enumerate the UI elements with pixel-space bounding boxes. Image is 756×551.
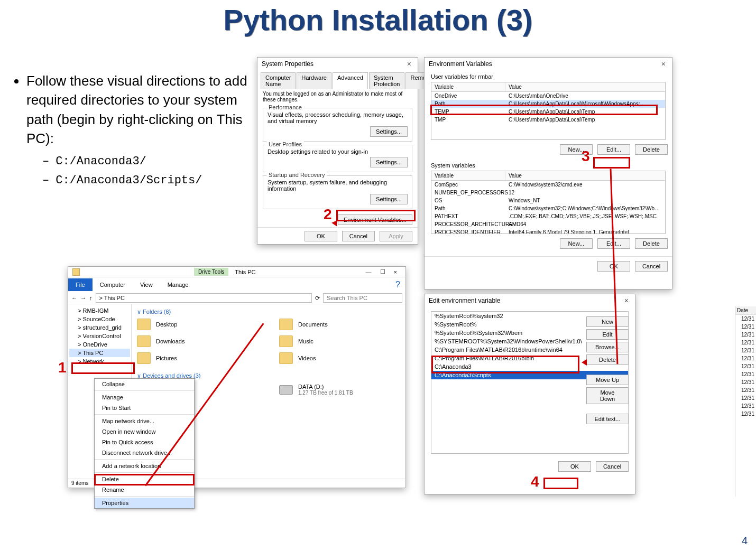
col-variable: Variable [431, 82, 505, 91]
user-edit-button[interactable]: Edit... [597, 144, 630, 155]
user-var-row[interactable]: TEMPC:\Users\rmbar\AppData\Local\Temp [431, 108, 665, 116]
editenv-browse-button[interactable]: Browse... [586, 342, 629, 352]
sys-var-row[interactable]: ComSpecC:\Windows\system32\cmd.exe [431, 181, 665, 189]
date-cell: 12/31 [735, 331, 756, 339]
drive-name: DATA (D:) [298, 384, 353, 390]
context-menu-item[interactable]: Properties [95, 498, 194, 508]
folder-item[interactable]: Documents [279, 319, 400, 330]
context-menu-item[interactable]: Manage [95, 392, 194, 403]
tree-node[interactable]: > Network [69, 357, 130, 366]
folder-item[interactable]: Music [279, 335, 400, 347]
tab-system-protection[interactable]: System Protection [369, 72, 405, 89]
window-title: This PC [235, 269, 255, 275]
context-menu-item[interactable]: Collapse [95, 379, 194, 389]
date-header: Date [735, 306, 756, 315]
user-delete-button[interactable]: Delete [635, 144, 668, 155]
folder-icon [279, 352, 293, 364]
editenv-movedown-button[interactable]: Move Down [586, 387, 629, 404]
envvars-cancel-button[interactable]: Cancel [635, 261, 668, 272]
sys-delete-button[interactable]: Delete [635, 238, 668, 249]
close-icon[interactable]: × [390, 269, 401, 275]
ok-button[interactable]: OK [305, 231, 337, 241]
context-menu-item[interactable]: Disconnect network drive... [95, 447, 194, 458]
context-menu-item[interactable]: Add a network location [95, 461, 194, 471]
help-icon[interactable]: ? [395, 280, 405, 289]
editenv-moveup-button[interactable]: Move Up [586, 375, 629, 385]
sys-vars-list[interactable]: VariableValue ComSpecC:\Windows\system32… [431, 171, 666, 234]
sys-new-button[interactable]: New... [560, 238, 593, 249]
environment-variables-button[interactable]: Environment Variables... [338, 214, 412, 225]
tab-computer-name[interactable]: Computer Name [261, 72, 296, 89]
sys-var-row[interactable]: PATHEXT.COM;.EXE;.BAT;.CMD;.VBS;.VBE;.JS… [431, 212, 665, 220]
drive-tools-label: Drive Tools [194, 268, 228, 276]
sys-var-row[interactable]: PROCESSOR_ARCHITECTUREAMD64 [431, 220, 665, 228]
sys-var-row[interactable]: OSWindows_NT [431, 197, 665, 204]
tree-node[interactable]: > structured_grid [69, 323, 130, 332]
search-input[interactable] [323, 293, 402, 303]
user-var-row[interactable]: OneDriveC:\Users\rmbar\OneDrive [431, 92, 665, 100]
editenv-ok-button[interactable]: OK [558, 461, 591, 472]
profiles-settings-button[interactable]: Settings... [370, 157, 408, 167]
tree-node[interactable]: > RMB-IGM [69, 306, 130, 315]
maximize-icon[interactable]: ☐ [376, 268, 390, 275]
close-icon[interactable]: × [659, 60, 668, 68]
folder-icon [137, 352, 151, 364]
close-icon[interactable]: × [622, 296, 631, 305]
editenv-edit-button[interactable]: Edit [586, 329, 629, 340]
startup-settings-button[interactable]: Settings... [370, 194, 408, 204]
up-icon[interactable]: ↑ [89, 295, 93, 301]
forward-icon[interactable]: → [80, 295, 86, 301]
folder-item[interactable]: Videos [279, 352, 400, 364]
sys-vars-label: System variables [425, 159, 672, 171]
context-menu-item[interactable]: Map network drive... [95, 416, 194, 426]
context-menu-item[interactable]: Rename [95, 484, 194, 495]
startup-title: Startup and Recovery [266, 172, 327, 178]
file-tab[interactable]: File [68, 278, 93, 291]
folder-icon [279, 319, 293, 330]
user-var-row[interactable]: TMPC:\Users\rmbar\AppData\Local\Temp [431, 116, 665, 124]
folder-label: Documents [298, 321, 328, 328]
date-cell: 12/31 [735, 378, 756, 386]
tab-hardware[interactable]: Hardware [297, 72, 331, 89]
slide-title: Python Installation (3) [0, 3, 756, 37]
drive-item[interactable]: DATA (D:)1.27 TB free of 1.81 TB [279, 384, 400, 396]
profiles-title: User Profiles [266, 141, 304, 147]
manage-tab[interactable]: Manage [160, 278, 196, 291]
editenv-edittext-button[interactable]: Edit text... [586, 414, 629, 424]
sys-var-row[interactable]: PathC:\Windows\system32;C:\Windows;C:\Wi… [431, 204, 665, 212]
tree-node[interactable]: > OneDrive [69, 340, 130, 349]
sys-var-row[interactable]: PROCESSOR_IDENTIFIERIntel64 Family 6 Mod… [431, 228, 665, 234]
minimize-icon[interactable]: — [362, 269, 376, 275]
editenv-new-button[interactable]: New [586, 316, 629, 327]
apply-button[interactable]: Apply [380, 231, 412, 241]
computer-tab[interactable]: Computer [93, 278, 133, 291]
address-bar[interactable]: > This PC [96, 293, 312, 303]
close-icon[interactable]: × [405, 60, 413, 68]
user-var-row[interactable]: PathC:\Users\rmbar\AppData\Local\Microso… [431, 100, 665, 108]
context-menu-item[interactable]: Delete [95, 474, 194, 484]
editenv-cancel-button[interactable]: Cancel [596, 461, 629, 472]
folder-item[interactable]: Desktop [137, 319, 258, 330]
tree-node[interactable]: > SourceCode [69, 315, 130, 323]
context-menu-item[interactable]: Open in new window [95, 426, 194, 437]
cancel-button[interactable]: Cancel [342, 231, 375, 241]
system-properties-dialog: System Properties × Computer Name Hardwa… [257, 57, 418, 245]
sysprops-tabs: Computer Name Hardware Advanced System P… [257, 70, 418, 89]
tab-advanced[interactable]: Advanced [333, 72, 368, 89]
date-cell: 12/31 [735, 394, 756, 402]
refresh-icon[interactable]: ⟳ [315, 295, 320, 302]
folder-item[interactable]: Downloads [137, 335, 258, 347]
sys-var-row[interactable]: NUMBER_OF_PROCESSORS12 [431, 189, 665, 197]
admin-note: You must be logged on as an Administrato… [257, 89, 418, 105]
edit-env-var-dialog: Edit environment variable × %SystemRoot%… [424, 294, 635, 494]
tree-node[interactable]: > VersionControl [69, 332, 130, 340]
user-vars-list[interactable]: VariableValue OneDriveC:\Users\rmbar\One… [431, 82, 666, 140]
context-menu-item[interactable]: Pin to Start [95, 403, 194, 413]
folder-label: Videos [298, 355, 316, 361]
context-menu: CollapseManagePin to StartMap network dr… [94, 378, 195, 509]
tree-node[interactable]: > This PC [69, 349, 130, 357]
editenv-delete-button[interactable]: Delete [586, 354, 629, 365]
back-icon[interactable]: ← [71, 295, 77, 301]
view-tab[interactable]: View [133, 278, 160, 291]
perf-settings-button[interactable]: Settings... [370, 126, 408, 137]
